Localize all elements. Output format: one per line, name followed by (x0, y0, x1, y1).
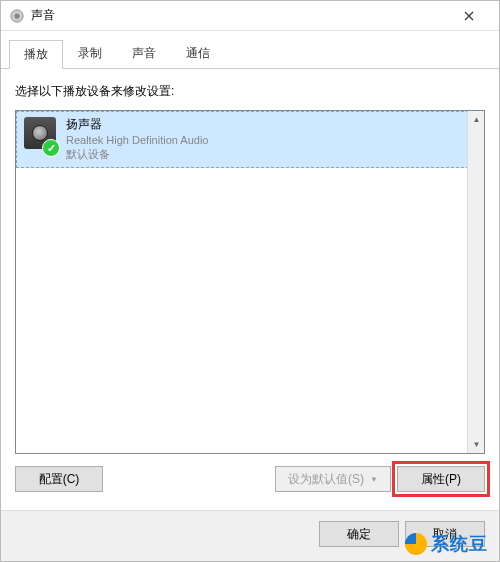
instruction-text: 选择以下播放设备来修改设置: (15, 83, 485, 100)
set-default-button[interactable]: 设为默认值(S) ▼ (275, 466, 391, 492)
device-buttons-row: 配置(C) 设为默认值(S) ▼ 属性(P) (15, 454, 485, 500)
device-text: 扬声器 Realtek High Definition Audio 默认设备 (66, 117, 208, 161)
tab-playback[interactable]: 播放 (9, 40, 63, 69)
app-icon (9, 8, 25, 24)
titlebar: 声音 (1, 1, 499, 31)
playback-device-list[interactable]: ✓ 扬声器 Realtek High Definition Audio 默认设备… (15, 110, 485, 454)
device-icon-wrap: ✓ (24, 117, 58, 159)
device-driver: Realtek High Definition Audio (66, 133, 208, 147)
scroll-down-icon[interactable]: ▼ (468, 436, 485, 453)
default-check-icon: ✓ (42, 139, 60, 157)
tab-communications[interactable]: 通信 (171, 39, 225, 68)
tab-strip: 播放 录制 声音 通信 (1, 31, 499, 69)
spacer (109, 466, 269, 492)
close-button[interactable] (447, 2, 491, 30)
dialog-buttons: 确定 取消 (1, 510, 499, 561)
tab-content: 选择以下播放设备来修改设置: ✓ 扬声器 Realtek High Defini… (1, 69, 499, 510)
device-status: 默认设备 (66, 147, 208, 161)
scrollbar[interactable]: ▲ ▼ (467, 111, 484, 453)
set-default-label: 设为默认值(S) (288, 471, 364, 488)
chevron-down-icon: ▼ (370, 475, 378, 484)
sound-settings-window: 声音 播放 录制 声音 通信 选择以下播放设备来修改设置: ✓ 扬声器 Real… (0, 0, 500, 562)
properties-button[interactable]: 属性(P) (397, 466, 485, 492)
configure-button[interactable]: 配置(C) (15, 466, 103, 492)
device-item[interactable]: ✓ 扬声器 Realtek High Definition Audio 默认设备 (16, 111, 484, 168)
scroll-up-icon[interactable]: ▲ (468, 111, 485, 128)
device-name: 扬声器 (66, 117, 208, 133)
cancel-button[interactable]: 取消 (405, 521, 485, 547)
window-title: 声音 (31, 7, 447, 24)
tab-recording[interactable]: 录制 (63, 39, 117, 68)
ok-button[interactable]: 确定 (319, 521, 399, 547)
tab-sounds[interactable]: 声音 (117, 39, 171, 68)
svg-point-1 (14, 13, 19, 18)
